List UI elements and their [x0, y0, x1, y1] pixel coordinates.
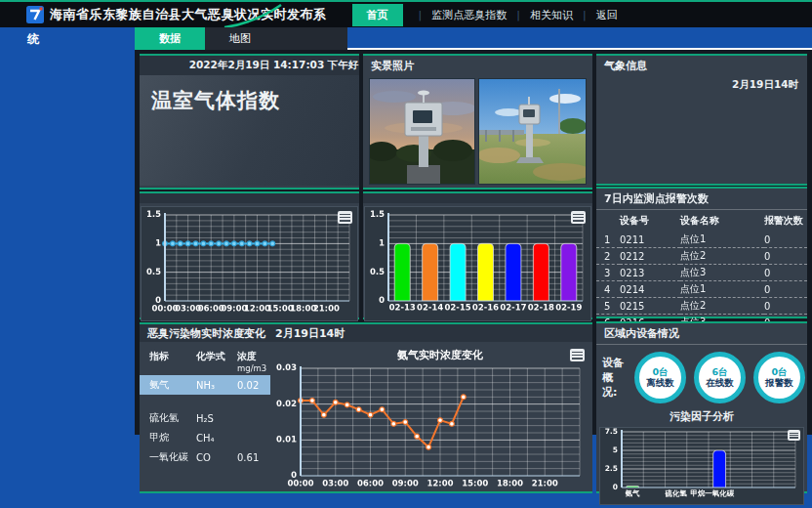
odor-index-chart-panel [140, 191, 359, 319]
tab-1[interactable]: 地图 [205, 27, 275, 50]
alarm-table-row: 40214点位10 [596, 281, 807, 298]
chart-menu-icon[interactable] [338, 211, 352, 224]
chart-menu-icon[interactable] [570, 349, 585, 361]
weather-time: 2月19日14时 [596, 76, 807, 92]
alarm-table: 设备号 设备名称 报警次数 10211点位1020212点位2030213点位3… [596, 212, 807, 331]
chart-header-strip [363, 193, 592, 203]
chart-header-strip [140, 193, 359, 203]
devices-overview-label: 设备概况: [602, 356, 627, 400]
app-title-wrap: 统 [27, 31, 39, 48]
device-gauges: 设备概况: 0台离线数6台在线数0台报警数 [596, 345, 807, 405]
pollutant-table-header: 指标 化学式 浓度mg/m3 [140, 348, 270, 375]
pollutant-row-3[interactable]: 一氧化碳CO0.61 [140, 447, 270, 467]
top-header: 海南省乐东黎族自治县大气恶臭状况实时发布系 首页|监测点恶臭指数|相关知识|返回 [0, 0, 812, 27]
factor-chart-box [599, 427, 804, 505]
alarm-table-row: 30213点位30 [596, 265, 807, 281]
device-gauge-0: 0台离线数 [634, 352, 686, 403]
photos-container [363, 76, 592, 187]
dashboard-page: 海南省乐东黎族自治县大气恶臭状况实时发布系 首页|监测点恶臭指数|相关知识|返回… [0, 0, 812, 508]
alarm-table-row: 10211点位10 [596, 232, 807, 248]
photos-title: 实景照片 [363, 56, 592, 76]
nav-item-0[interactable]: 首页 [352, 4, 403, 26]
device-gauge-1: 6台在线数 [694, 352, 746, 403]
odor-index-chart [142, 207, 357, 317]
greeting-panel: 2022年2月19日 14:17:03 下午好 温室气体指数 [140, 54, 359, 190]
devices-title: 区域内设备情况 [596, 323, 807, 345]
pollutants-header: 恶臭污染物实时浓度变化 2月19日14时 [140, 324, 592, 342]
ammonia-chart [273, 345, 589, 491]
alarm-table-row: 50215点位20 [596, 298, 807, 315]
weather-title: 气象信息 [596, 56, 807, 76]
unit-label: mg/m3 [237, 363, 270, 373]
weather-panel: 气象信息 2月19日14时 [596, 54, 807, 186]
nav-separator: | [516, 9, 520, 21]
site-photo-day [478, 78, 587, 185]
tab-row: 统 数据地图 [0, 27, 812, 50]
pollutants-title: 恶臭污染物实时浓度变化 [147, 326, 265, 341]
app-logo-icon [26, 6, 44, 23]
device-gauge-2: 0台报警数 [753, 352, 805, 403]
app-title: 海南省乐东黎族自治县大气恶臭状况实时发布系 [50, 6, 327, 23]
alarm-table-title: 7日内监测点报警次数 [596, 189, 807, 210]
chart-menu-icon[interactable] [788, 430, 800, 441]
site-photo-dusk [369, 78, 475, 185]
daily-index-chart-box [364, 206, 591, 321]
nav-item-2[interactable]: 相关知识 [530, 8, 573, 22]
decorative-swoosh [223, 3, 283, 28]
pollutant-row-0[interactable]: 氨气NH₃0.02 [140, 375, 270, 395]
daily-index-chart-panel [363, 191, 592, 319]
devices-panel: 区域内设备情况 设备概况: 0台离线数6台在线数0台报警数 污染因子分析 [596, 321, 807, 493]
datetime-bar: 2022年2月19日 14:17:03 下午好 [140, 56, 359, 75]
daily-index-chart [365, 207, 590, 317]
main-nav: 首页|监测点恶臭指数|相关知识|返回 [352, 4, 618, 26]
nav-separator: | [583, 9, 587, 21]
photos-panel: 实景照片 [363, 54, 592, 190]
factor-chart [600, 428, 801, 500]
tab-strip: 数据地图 [135, 27, 347, 50]
tab-0[interactable]: 数据 [135, 27, 205, 50]
nav-item-1[interactable]: 监测点恶臭指数 [431, 8, 507, 22]
odor-index-chart-box [141, 206, 358, 321]
pollutants-panel: 恶臭污染物实时浓度变化 2月19日14时 指标 化学式 浓度mg/m3 氨气NH… [140, 322, 592, 493]
pollutants-body: 指标 化学式 浓度mg/m3 氨气NH₃0.02硫化氢H₂S甲烷CH₄一氧化碳C… [140, 342, 592, 491]
alarm-table-header: 设备号 设备名称 报警次数 [596, 212, 807, 232]
alarm-table-panel: 7日内监测点报警次数 设备号 设备名称 报警次数 10211点位1020212点… [596, 187, 807, 318]
headline-text: 温室气体指数 [140, 75, 359, 186]
nav-item-3[interactable]: 返回 [596, 8, 618, 22]
pollutant-row-2[interactable]: 甲烷CH₄ [140, 428, 270, 447]
chart-menu-icon[interactable] [571, 211, 586, 224]
alarm-table-row: 20212点位20 [596, 248, 807, 265]
ammonia-chart-box [273, 345, 589, 495]
pollutants-time: 2月19日14时 [275, 326, 345, 341]
pollutant-table: 指标 化学式 浓度mg/m3 氨气NH₃0.02硫化氢H₂S甲烷CH₄一氧化碳C… [140, 348, 270, 467]
factor-analysis-title: 污染因子分析 [596, 409, 807, 424]
pollutant-row-1[interactable]: 硫化氢H₂S [140, 408, 270, 428]
nav-separator: | [419, 9, 423, 21]
